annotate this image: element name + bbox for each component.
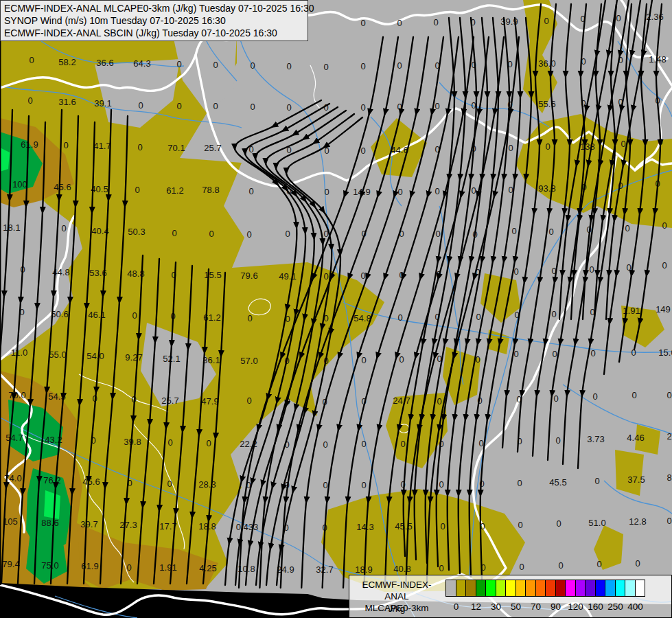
grid-value-label: 0 [513, 266, 518, 277]
grid-value-label: 0 [551, 309, 556, 319]
grid-value-label: 36.0 [538, 58, 555, 69]
grid-value-label: 0 [662, 260, 667, 271]
grid-value-label: 0 [361, 439, 366, 449]
grid-value-label: 0 [513, 349, 518, 359]
grid-value-label: 55.0 [49, 350, 66, 360]
grid-value-label: 9.27 [125, 352, 142, 363]
grid-value-label: 45.5 [549, 477, 566, 488]
grid-value-label: 25.7 [161, 396, 178, 406]
grid-value-label: 70.1 [167, 143, 185, 153]
grid-value-label: 45.6 [54, 182, 71, 192]
grid-value-label: 149 [656, 304, 671, 314]
grid-value-label: 0 [548, 227, 553, 237]
grid-value-label: 0 [137, 142, 142, 152]
grid-value-label: 0 [206, 438, 211, 448]
grid-value-label: 40.8 [393, 564, 410, 574]
grid-value-label: 32.7 [316, 564, 333, 575]
grid-value-label: 0 [138, 100, 143, 111]
grid-value-label: 0 [621, 139, 625, 149]
grid-value-label: 0 [590, 348, 595, 358]
grid-value-label: 0 [135, 185, 139, 195]
grid-value-label: 0 [476, 312, 480, 322]
legend-tick-label: 70 [531, 602, 541, 612]
grid-value-label: 0 [247, 313, 252, 323]
grid-value-label: 0 [397, 18, 402, 28]
grid-value-label: 0 [667, 390, 671, 400]
legend-tick-label: 160 [588, 602, 603, 612]
legend-color-box [615, 580, 626, 597]
grid-value-label: 39.1 [94, 98, 111, 108]
grid-value-label: 18.1 [3, 222, 20, 233]
grid-value-label: 12.8 [629, 516, 646, 527]
grid-value-label: 75.0 [41, 560, 58, 571]
legend-title-line1: ECMWF-INDEX-ANAL [351, 579, 443, 602]
grid-value-label: 0 [511, 226, 516, 236]
grid-value-label: 39.7 [80, 519, 97, 529]
grid-value-label: 0 [632, 390, 636, 400]
grid-value-label: 0 [435, 101, 439, 111]
grid-value-label: 0 [435, 229, 440, 239]
grid-value-label: 0 [589, 264, 594, 275]
grid-value-label: 61.2 [166, 185, 183, 196]
grid-value-label: 0 [397, 60, 402, 71]
grid-value-label: 0 [667, 516, 671, 526]
grid-value-label: 0 [248, 186, 253, 196]
grid-value-label: 0 [558, 560, 563, 571]
grid-value-label: 3.73 [587, 434, 604, 444]
grid-value-label: 0 [126, 562, 131, 573]
grid-value-label: 0 [397, 312, 402, 323]
legend-tick-label: 250 [607, 602, 623, 612]
grid-value-label: 0 [176, 59, 181, 69]
grid-value-label: 15.5 [204, 270, 221, 280]
map-title-block: ECMWF-INDEX-ANAL MLCAPE0-3km (J/kg) Tues… [0, 0, 308, 41]
grid-value-label: 0 [167, 479, 172, 489]
grid-value-label: 0 [433, 17, 438, 27]
grid-value-label: 0 [662, 220, 667, 231]
title-line-sbcin: ECMWF-INDEX-ANAL SBCIN (J/kg) Tuesday 07… [4, 27, 304, 39]
grid-value-label: 0 [250, 102, 255, 112]
grid-value-label: 49.1 [279, 271, 296, 282]
grid-value-label: 0 [172, 228, 176, 238]
grid-value-label: 79.4 [2, 559, 19, 569]
grid-value-label: 36.1 [202, 355, 220, 365]
grid-value-label: 0 [517, 478, 522, 488]
grid-value-label: 50.6 [51, 309, 68, 319]
legend-tick-label: 0 [454, 602, 459, 612]
grid-value-label: 0 [360, 271, 365, 281]
legend-color-box [595, 580, 606, 597]
grid-value-label: 0 [553, 393, 558, 404]
grid-value-label: 0 [544, 16, 548, 26]
legend-tick-label: 12 [471, 602, 481, 612]
legend-tick-label: 120 [568, 602, 583, 612]
legend-color-box [565, 580, 576, 597]
grid-value-label: 18.9 [355, 564, 372, 575]
grid-value-label: 27.3 [119, 520, 137, 530]
grid-value-label: 0 [213, 60, 218, 70]
legend-color-box [575, 580, 586, 597]
grid-value-label: 61.9 [21, 139, 38, 150]
legend-color-box [555, 580, 566, 597]
grid-value-label: 0 [518, 520, 522, 530]
grid-value-label: 138 [580, 141, 595, 152]
grid-value-label: 0 [324, 187, 329, 197]
grid-value-label: 0 [594, 476, 599, 486]
grid-value-label: 0 [360, 61, 365, 71]
grid-value-label: 2 [667, 431, 671, 442]
grid-value-label: 47.9 [201, 396, 218, 407]
grid-value-label: 0 [285, 229, 290, 239]
grid-value-label: 0 [209, 229, 213, 239]
grid-value-label: 0 [471, 185, 476, 196]
grid-value-label: 0 [250, 60, 255, 71]
grid-value-label: 54.7 [5, 433, 23, 443]
legend-units: J/kg [351, 604, 443, 614]
grid-value-label: 0 [323, 480, 327, 490]
grid-value-label: 0 [63, 140, 68, 150]
grid-value-label: 0 [552, 349, 557, 359]
legend-color-box [605, 580, 616, 597]
grid-value-label: 0 [439, 479, 443, 490]
color-scale-legend: ECMWF-INDEX-ANAL MLCAPE0-3km J/kg 012305… [349, 575, 672, 618]
grid-value-label: 1.91 [159, 562, 176, 573]
grid-value-label: 0 [360, 102, 365, 113]
grid-value-label: 37.5 [627, 474, 645, 485]
legend-color-box [545, 580, 556, 597]
